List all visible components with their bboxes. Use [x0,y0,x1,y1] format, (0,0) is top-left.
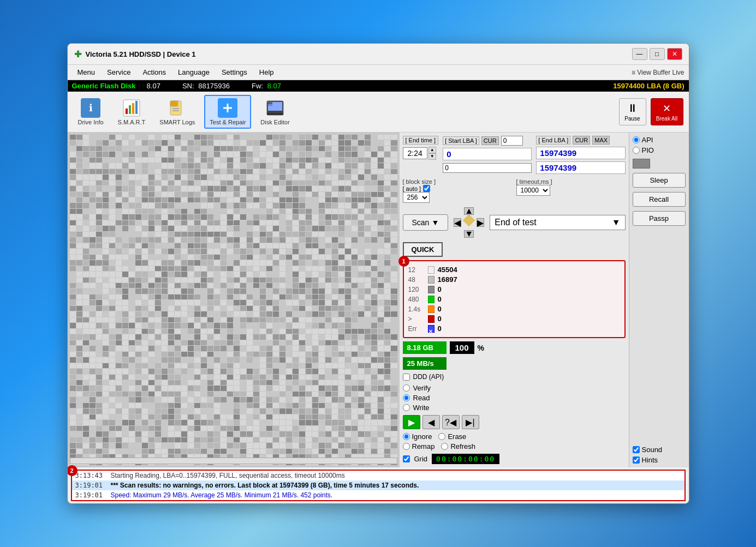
stat-value-gt: 0 [438,315,442,323]
quick-button[interactable]: QUICK [403,242,443,257]
menu-item-language[interactable]: Language [172,67,215,78]
log-time-3: 3:19:01 [75,491,105,499]
test-repair-label: Test & Repair [210,119,246,125]
ddd-checkbox[interactable] [403,374,410,381]
grid-label: Grid [414,455,428,463]
direction-left-button[interactable]: ◀ [454,218,461,227]
minimize-button[interactable]: — [632,48,647,60]
percent-symbol: % [478,344,484,352]
lba-input-field[interactable] [443,163,532,173]
svg-rect-14 [267,113,283,115]
stats-popup: 1 12 45504 48 16897 120 0 [403,260,626,338]
time-down-btn[interactable]: ▼ [428,153,436,160]
passp-button[interactable]: Passp [633,211,686,226]
end-of-test-dropdown[interactable]: End of test ▼ [490,215,625,230]
log-section: 2 3:13:43 Starting Reading, LBA=0..15974… [71,470,686,501]
smart-button[interactable]: S.M.A.R.T [113,95,151,128]
block-size-section: [ block size ] [ auto ] 256 [403,178,512,203]
playback-row: ▶ ◀ ?◀ ▶| [403,415,626,429]
erase-radio[interactable] [438,433,445,440]
max-label: MAX [592,136,610,145]
timeout-select[interactable]: 10000 [516,185,550,196]
question-button[interactable]: ?◀ [442,415,460,429]
end-time-input: 2:24 ▲ ▼ [403,147,439,160]
stat-color-48 [428,276,434,284]
speed-row: 25 MB/s [403,357,626,370]
api-label: API [642,136,653,144]
cur-value-input[interactable] [501,136,523,146]
auto-row: [ auto ] [403,185,512,192]
pio-radio[interactable] [633,147,640,154]
menu-item-service[interactable]: Service [102,67,136,78]
api-radio[interactable] [633,136,640,143]
stat-value-12: 45504 [438,266,457,274]
lba-display: 15974400 LBA (8 GB) [613,82,684,90]
grid-checkbox[interactable] [403,455,410,462]
app-icon: ✚ [74,49,81,59]
stat-color-120 [428,286,434,293]
scan-button[interactable]: Scan ▼ [403,214,449,231]
direction-right-button[interactable]: ▶ [477,218,484,227]
read-label: Read [413,394,430,402]
break-all-button[interactable]: ✕ Break All [651,98,683,125]
test-repair-button[interactable]: Test & Repair [204,95,251,129]
verify-row: Verify [403,384,626,392]
progress-row: 8.18 GB 100 % [403,341,626,354]
time-up-btn[interactable]: ▲ [428,147,436,153]
direction-up-button[interactable]: ▲ [464,207,474,215]
stat-color-12 [428,266,434,274]
model-value: 8.07 [147,82,160,90]
refresh-radio[interactable] [441,443,448,450]
right-sidebar: API PIO Sleep Recall Passp Sound Hints [629,133,689,467]
ignore-erase-row: Ignore Erase [403,432,626,441]
menu-item-actions[interactable]: Actions [137,67,171,78]
ignore-item: Ignore [403,432,432,441]
close-button[interactable]: ✕ [667,48,682,60]
disk-editor-button[interactable]: Disk Editor [255,95,294,128]
stat-row-err: Err ✕ 0 [408,324,620,333]
verify-radio[interactable] [403,384,410,392]
end-of-test-label: End of test [495,218,537,227]
remap-item: Remap [403,442,435,450]
read-radio[interactable] [403,394,410,401]
remap-radio[interactable] [403,443,410,450]
pause-button[interactable]: ⏸ Pause [619,98,646,125]
scan-label: Scan [412,218,430,227]
smart-logs-label: SMART Logs [159,119,195,125]
window-title: Victoria 5.21 HDD/SSD | Device 1 [86,50,196,58]
cur-label: CUR [481,136,499,145]
smart-logs-button[interactable]: SMART Logs [154,95,200,128]
stat-row-120: 120 0 [408,285,620,293]
sleep-button[interactable]: Sleep [633,173,686,188]
hints-checkbox[interactable] [633,456,640,464]
timeout-section: [ timeout,ms ] 10000 [516,178,626,203]
ignore-radio[interactable] [403,433,410,440]
sound-checkbox[interactable] [633,446,640,453]
recall-button[interactable]: Recall [633,192,686,207]
smart-icon [122,98,141,118]
play-button[interactable]: ▶ [403,415,420,429]
drive-info-button[interactable]: ℹ Drive Info [73,95,109,128]
log-time-2: 3:19:01 [75,482,105,489]
skip-end-button[interactable]: ▶| [462,415,479,429]
write-radio[interactable] [403,404,410,411]
end-time-value[interactable]: 2:24 [403,147,427,159]
rewind-button[interactable]: ◀ [422,415,440,429]
ddd-label: DDD (API) [413,373,444,381]
stat-row-12: 12 45504 [408,266,620,274]
direction-down-button[interactable]: ▼ [464,230,474,238]
end-test-section: End of test ▼ [490,215,625,230]
title-bar: ✚ Victoria 5.21 HDD/SSD | Device 1 — □ ✕ [68,44,689,65]
log-text-3: Speed: Maximum 29 MB/s. Average 25 MB/s.… [111,491,333,499]
stat-row-480: 480 0 [408,295,620,303]
menu-item-settings[interactable]: Settings [216,67,253,78]
auto-checkbox[interactable] [423,185,430,192]
block-size-select[interactable]: 256 [403,192,430,203]
dropdown-chevron: ▼ [612,218,621,227]
view-buffer-live[interactable]: ≡ View Buffer Live [632,69,684,76]
menu-item-menu[interactable]: Menu [72,67,101,78]
maximize-button[interactable]: □ [650,48,665,60]
menu-item-help[interactable]: Help [254,67,279,78]
end-time-label: [ End time ] [403,136,439,145]
scan-scrollbar[interactable] [70,458,397,464]
